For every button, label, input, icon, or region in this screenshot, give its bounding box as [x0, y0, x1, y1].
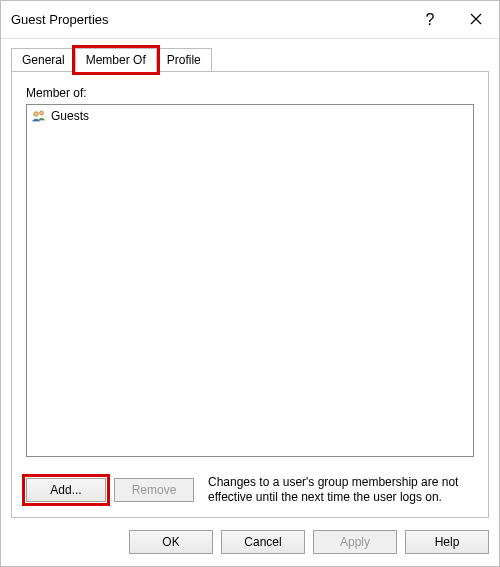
tab-member-of[interactable]: Member Of — [75, 48, 157, 72]
member-of-label: Member of: — [26, 86, 474, 100]
tab-profile[interactable]: Profile — [156, 48, 212, 72]
tab-panel-member-of: Member of: Guests Add. — [11, 71, 489, 518]
svg-point-0 — [34, 112, 39, 117]
help-icon: ? — [426, 11, 435, 29]
membership-note: Changes to a user's group membership are… — [208, 475, 474, 505]
svg-point-1 — [40, 111, 44, 115]
button-label: Add... — [50, 483, 81, 497]
button-label: Cancel — [244, 535, 281, 549]
cancel-button[interactable]: Cancel — [221, 530, 305, 554]
dialog-button-row: OK Cancel Apply Help — [1, 518, 499, 566]
remove-button[interactable]: Remove — [114, 478, 194, 502]
apply-button[interactable]: Apply — [313, 530, 397, 554]
dialog-window: Guest Properties ? General Member Of Pro… — [0, 0, 500, 567]
tab-label: General — [22, 53, 65, 67]
button-label: Remove — [132, 483, 177, 497]
add-button[interactable]: Add... — [26, 478, 106, 502]
list-actions-row: Add... Remove Changes to a user's group … — [26, 475, 474, 505]
window-title: Guest Properties — [11, 12, 407, 27]
tab-label: Profile — [167, 53, 201, 67]
ok-button[interactable]: OK — [129, 530, 213, 554]
button-label: Apply — [340, 535, 370, 549]
group-icon — [31, 108, 47, 124]
tab-general[interactable]: General — [11, 48, 76, 72]
button-label: OK — [162, 535, 179, 549]
close-icon — [470, 11, 482, 28]
tab-label: Member Of — [86, 53, 146, 67]
tabstrip: General Member Of Profile — [11, 45, 489, 71]
list-item-label: Guests — [51, 109, 89, 123]
member-of-listbox[interactable]: Guests — [26, 104, 474, 457]
help-button[interactable]: Help — [405, 530, 489, 554]
list-item[interactable]: Guests — [29, 107, 471, 125]
help-title-button[interactable]: ? — [407, 1, 453, 39]
button-label: Help — [435, 535, 460, 549]
close-title-button[interactable] — [453, 1, 499, 39]
content-area: General Member Of Profile Member of: — [1, 39, 499, 518]
titlebar: Guest Properties ? — [1, 1, 499, 39]
